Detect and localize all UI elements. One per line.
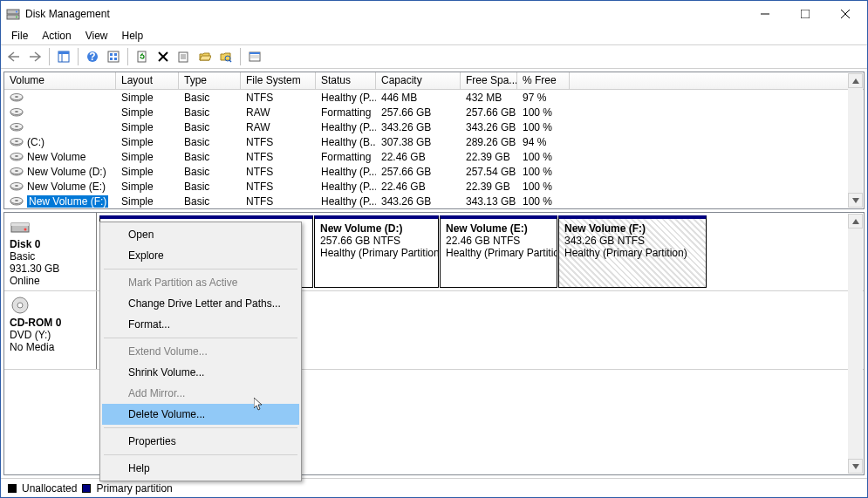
svg-point-42 bbox=[15, 140, 18, 142]
minimize-button[interactable] bbox=[745, 1, 785, 27]
scrollbar[interactable] bbox=[848, 73, 863, 208]
settings-button[interactable] bbox=[104, 47, 123, 66]
svg-point-48 bbox=[15, 170, 18, 172]
titlebar[interactable]: Disk Management bbox=[1, 1, 867, 27]
col-status[interactable]: Status bbox=[316, 72, 376, 89]
disk-scrollbar[interactable] bbox=[848, 214, 863, 474]
show-hide-button[interactable] bbox=[54, 47, 73, 66]
partition[interactable]: New Volume (D:)257.66 GB NTFSHealthy (Pr… bbox=[314, 215, 439, 288]
close-button[interactable] bbox=[825, 1, 865, 27]
svg-rect-13 bbox=[108, 51, 119, 62]
scroll-up-icon[interactable] bbox=[848, 73, 863, 88]
svg-point-36 bbox=[15, 111, 18, 113]
volume-row[interactable]: SimpleBasicRAWHealthy (P...343.26 GB343.… bbox=[4, 119, 864, 134]
menu-item: Add Mirror... bbox=[102, 383, 299, 404]
col-freespace[interactable]: Free Spa... bbox=[461, 72, 517, 89]
open-button[interactable] bbox=[195, 47, 215, 66]
volume-row[interactable]: SimpleBasicNTFSHealthy (P...446 MB432 MB… bbox=[4, 90, 864, 105]
cursor-icon bbox=[254, 398, 268, 412]
toolbar: ? bbox=[1, 44, 867, 69]
partition[interactable]: New Volume (F:)343.26 GB NTFSHealthy (Pr… bbox=[558, 215, 707, 288]
explore-button[interactable] bbox=[216, 47, 236, 66]
menu-item[interactable]: Open bbox=[102, 224, 299, 245]
menubar: File Action View Help bbox=[1, 27, 867, 44]
svg-point-51 bbox=[15, 185, 18, 187]
menu-item[interactable]: Change Drive Letter and Paths... bbox=[102, 293, 299, 314]
menu-item: Extend Volume... bbox=[102, 341, 299, 362]
menu-item[interactable]: Format... bbox=[102, 314, 299, 335]
volume-row[interactable]: SimpleBasicRAWFormatting257.66 GB257.66 … bbox=[4, 105, 864, 119]
maximize-button[interactable] bbox=[785, 1, 825, 27]
volume-row[interactable]: (C:)SimpleBasicNTFSHealthy (B...307.38 G… bbox=[4, 134, 864, 149]
col-capacity[interactable]: Capacity bbox=[376, 72, 461, 89]
svg-point-54 bbox=[15, 200, 18, 201]
col-type[interactable]: Type bbox=[179, 72, 241, 89]
menu-item[interactable]: Shrink Volume... bbox=[102, 362, 299, 383]
menu-view[interactable]: View bbox=[80, 28, 113, 44]
disk-info: Disk 0Basic931.30 GBOnline bbox=[4, 213, 97, 290]
delete-button[interactable] bbox=[154, 47, 173, 66]
col-pctfree[interactable]: % Free bbox=[517, 72, 570, 89]
col-layout[interactable]: Layout bbox=[116, 72, 179, 89]
column-headers: Volume Layout Type File System Status Ca… bbox=[4, 72, 864, 90]
refresh-button[interactable] bbox=[133, 47, 152, 66]
menu-item[interactable]: Help bbox=[102, 458, 299, 479]
legend-label-unallocated: Unallocated bbox=[22, 482, 77, 495]
disk-info: CD-ROM 0DVD (Y:)No Media bbox=[4, 291, 97, 369]
menu-help[interactable]: Help bbox=[117, 28, 149, 44]
svg-rect-17 bbox=[114, 58, 117, 60]
volume-list[interactable]: Volume Layout Type File System Status Ca… bbox=[3, 72, 865, 209]
context-menu[interactable]: OpenExploreMark Partition as ActiveChang… bbox=[99, 222, 302, 481]
svg-point-59 bbox=[17, 303, 23, 308]
window-title: Disk Management bbox=[25, 8, 745, 20]
svg-rect-5 bbox=[801, 10, 810, 18]
list-button[interactable] bbox=[245, 47, 264, 66]
svg-point-2 bbox=[16, 11, 17, 13]
svg-point-39 bbox=[15, 126, 18, 127]
scroll-down-icon[interactable] bbox=[848, 193, 863, 208]
menu-action[interactable]: Action bbox=[37, 28, 76, 44]
svg-point-45 bbox=[15, 155, 18, 157]
svg-rect-14 bbox=[110, 53, 113, 56]
svg-point-33 bbox=[15, 96, 18, 98]
legend-swatch-primary bbox=[82, 484, 91, 493]
scroll-up-icon[interactable] bbox=[848, 214, 863, 229]
volume-row[interactable]: New Volume (E:)SimpleBasicNTFSHealthy (P… bbox=[4, 179, 864, 194]
menu-item[interactable]: Explore bbox=[102, 245, 299, 266]
partition[interactable]: New Volume (E:)22.46 GB NTFSHealthy (Pri… bbox=[440, 215, 557, 288]
back-button[interactable] bbox=[4, 47, 24, 66]
menu-file[interactable]: File bbox=[6, 28, 33, 44]
properties-button[interactable] bbox=[174, 47, 194, 66]
scroll-down-icon[interactable] bbox=[848, 459, 863, 474]
svg-rect-16 bbox=[110, 58, 113, 60]
app-icon bbox=[6, 7, 20, 21]
svg-point-57 bbox=[24, 229, 27, 231]
menu-item[interactable]: Properties bbox=[102, 431, 299, 452]
help-button[interactable]: ? bbox=[83, 47, 102, 66]
col-filesystem[interactable]: File System bbox=[241, 72, 316, 89]
col-volume[interactable]: Volume bbox=[4, 72, 116, 89]
svg-point-3 bbox=[16, 17, 17, 18]
legend-label-primary: Primary partition bbox=[96, 482, 172, 495]
volume-row[interactable]: New Volume (D:)SimpleBasicNTFSHealthy (P… bbox=[4, 164, 864, 179]
svg-rect-9 bbox=[58, 51, 69, 54]
svg-rect-18 bbox=[138, 51, 146, 62]
volume-row[interactable]: New VolumeSimpleBasicNTFSFormatting22.46… bbox=[4, 149, 864, 164]
svg-rect-28 bbox=[249, 52, 260, 54]
menu-item[interactable]: Delete Volume... bbox=[102, 404, 299, 425]
svg-rect-56 bbox=[11, 223, 29, 226]
svg-rect-15 bbox=[114, 53, 117, 56]
menu-item: Mark Partition as Active bbox=[102, 272, 299, 293]
forward-button[interactable] bbox=[25, 47, 44, 66]
svg-text:?: ? bbox=[89, 51, 95, 63]
svg-line-26 bbox=[229, 60, 231, 62]
volume-row[interactable]: New Volume (F:)SimpleBasicNTFSHealthy (P… bbox=[4, 194, 864, 208]
legend-swatch-unallocated bbox=[8, 484, 17, 493]
